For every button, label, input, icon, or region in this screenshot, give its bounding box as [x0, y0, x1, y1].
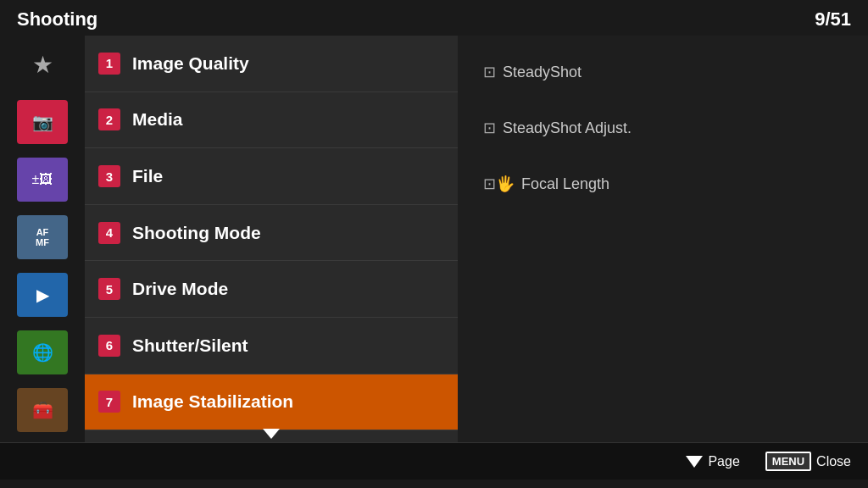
menu-label-shutter-silent: Shutter/Silent	[132, 336, 248, 356]
menu-number-6: 6	[98, 335, 120, 357]
sidebar-item-file[interactable]: ±🖼	[0, 151, 85, 208]
more-indicator	[85, 430, 458, 442]
shooting-icon-bg: AFMF	[17, 215, 68, 259]
menu-label-drive-mode: Drive Mode	[132, 279, 228, 299]
footer-page[interactable]: Page	[686, 454, 739, 469]
sidebar-item-drive[interactable]: ▶	[0, 266, 85, 324]
sidebar-item-shooting[interactable]: AFMF	[0, 208, 85, 266]
sub-label-focal-length: Focal Length	[521, 175, 609, 193]
play-icon: ▶	[36, 285, 49, 305]
menu-item-shutter-silent[interactable]: 6 Shutter/Silent	[85, 318, 458, 374]
page-title: Shooting	[17, 8, 97, 30]
star-icon: ★	[32, 51, 53, 79]
menu-number-4: 4	[98, 222, 120, 244]
sub-item-focal-length[interactable]: ⊡🖐 Focal Length	[475, 158, 851, 210]
camera-icon: 📷	[32, 112, 53, 132]
shutter-icon-bg: 🌐	[17, 330, 68, 374]
sub-item-steadyshot[interactable]: ⊡ SteadyShot	[475, 46, 851, 98]
menu-label-image-quality: Image Quality	[132, 53, 249, 74]
menu-item-image-quality[interactable]: 1 Image Quality	[85, 36, 458, 92]
footer-close-label: Close	[816, 454, 851, 469]
menu-item-shooting-mode[interactable]: 4 Shooting Mode	[85, 205, 458, 262]
steadyshot-adjust-icon: ⊡	[483, 119, 496, 137]
menu-label-media: Media	[132, 109, 183, 130]
focal-length-icon: ⊡🖐	[483, 175, 515, 193]
menu-label-image-stabilization: Image Stabilization	[132, 391, 293, 412]
af-mf-icon: AFMF	[36, 227, 49, 247]
menu-number-1: 1	[98, 53, 120, 75]
drive-icon-bg: ▶	[17, 273, 68, 317]
footer: Page MENU Close	[0, 442, 868, 480]
menu-item-file[interactable]: 3 File	[85, 148, 458, 205]
globe-icon: 🌐	[32, 342, 53, 363]
menu-label-shooting-mode: Shooting Mode	[132, 223, 261, 243]
sidebar-item-shutter[interactable]: 🌐	[0, 324, 85, 381]
toolbox-icon: 🧰	[32, 400, 53, 420]
footer-page-label: Page	[708, 454, 739, 469]
menu-number-7: 7	[98, 391, 120, 413]
sub-menu: ⊡ SteadyShot ⊡ SteadyShot Adjust. ⊡🖐 Foc…	[458, 36, 868, 442]
page-triangle-icon	[686, 456, 703, 468]
sidebar-item-media[interactable]: 📷	[0, 93, 85, 151]
menu-item-image-stabilization[interactable]: 7 Image Stabilization	[85, 374, 458, 431]
sub-item-steadyshot-adjust[interactable]: ⊡ SteadyShot Adjust.	[475, 102, 851, 154]
favorites-icon-bg: ★	[17, 42, 68, 86]
steadyshot-icon: ⊡	[483, 63, 496, 81]
menu-label-file: File	[132, 166, 163, 186]
sidebar-item-favorites[interactable]: ★	[0, 36, 85, 93]
scroll-down-arrow	[263, 429, 280, 439]
file-icon-bg: ±🖼	[17, 158, 68, 202]
sub-label-steadyshot-adjust: SteadyShot Adjust.	[503, 119, 632, 137]
menu-key-label: MENU	[765, 452, 811, 471]
content-area: ★ 📷 ±🖼 AFMF ▶	[0, 36, 868, 442]
menu-number-2: 2	[98, 108, 120, 130]
sub-label-steadyshot: SteadyShot	[503, 64, 581, 81]
menu-number-5: 5	[98, 278, 120, 300]
header: Shooting 9/51	[0, 0, 868, 36]
menu-item-drive-mode[interactable]: 5 Drive Mode	[85, 261, 458, 318]
sidebar-item-stabilization[interactable]: 🧰	[0, 381, 85, 439]
sidebar: ★ 📷 ±🖼 AFMF ▶	[0, 36, 85, 442]
media-icon-bg: 📷	[17, 100, 68, 144]
menu-list: 1 Image Quality 2 Media 3 File 4 Shootin…	[85, 36, 458, 442]
stabilization-icon-bg: 🧰	[17, 388, 68, 432]
menu-number-3: 3	[98, 165, 120, 187]
menu-item-media[interactable]: 2 Media	[85, 92, 458, 149]
page-counter: 9/51	[815, 8, 851, 30]
footer-close[interactable]: MENU Close	[765, 452, 851, 471]
screen: Shooting 9/51 ★ 📷 ±🖼	[0, 0, 868, 488]
file-icon: ±🖼	[32, 172, 53, 187]
